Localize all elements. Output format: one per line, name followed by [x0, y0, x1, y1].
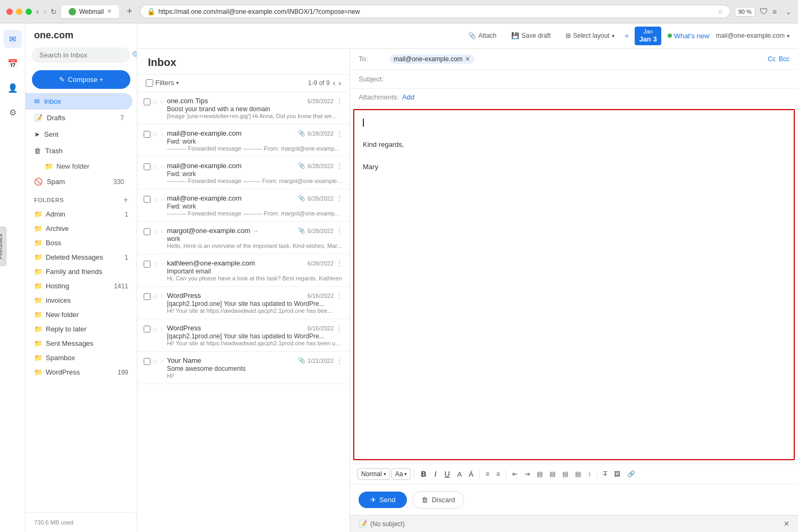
close-draft-icon[interactable]: ✕ — [784, 520, 789, 528]
window-maximize[interactable]: ⌄ — [785, 7, 792, 16]
cc-button[interactable]: Cc — [768, 55, 776, 63]
star-icon[interactable]: ☆ — [152, 293, 159, 301]
traffic-light-red[interactable] — [6, 9, 13, 15]
insert-image-button[interactable]: 🖼 — [611, 469, 623, 479]
more-icon[interactable]: ⋮ — [336, 194, 343, 203]
line-height-button[interactable]: ↕ — [585, 469, 594, 479]
browser-tab-active[interactable]: Webmail ✕ — [61, 5, 119, 18]
more-icon[interactable]: ⋮ — [336, 162, 343, 170]
email-checkbox[interactable] — [144, 196, 151, 203]
compose-button[interactable]: ✎ Compose + — [32, 70, 130, 89]
folder-archive[interactable]: 📁 Archive — [26, 221, 137, 236]
ordered-list-button[interactable]: ≡ — [483, 469, 492, 479]
more-icon[interactable]: ⋮ — [336, 259, 343, 268]
email-checkbox[interactable] — [144, 98, 151, 105]
insert-link-button[interactable]: 🔗 — [625, 469, 638, 479]
extensions-icon[interactable]: 🛡 — [760, 7, 768, 16]
nav-icon-mail[interactable]: ✉ — [4, 30, 22, 48]
recipient-tag[interactable]: mail@one-example.com ✕ — [389, 54, 475, 64]
sidebar-item-inbox[interactable]: ✉ Inbox — [26, 93, 132, 110]
email-item[interactable]: ☆ ○ one.com Tips 6/28/2022 ⋮ B — [137, 92, 350, 124]
italic-button[interactable]: I — [431, 468, 439, 480]
select-all-checkbox[interactable] — [146, 79, 153, 87]
email-item[interactable]: ☆ ○ mail@one-example.com 📎 6/28/2022 ⋮ — [137, 189, 350, 222]
nav-forward[interactable]: › — [43, 7, 46, 16]
style-select[interactable]: Normal ▾ — [358, 468, 390, 480]
compose-editor[interactable]: Kind regards, Mary — [353, 109, 795, 460]
folder-hosting[interactable]: 📁 Hosting 1411 — [26, 279, 137, 293]
traffic-light-yellow[interactable] — [16, 9, 22, 15]
folder-family[interactable]: 📁 Family and friends — [26, 264, 137, 279]
more-icon[interactable]: ⋮ — [336, 97, 343, 105]
subject-input[interactable] — [389, 75, 789, 83]
star-icon[interactable]: ☆ — [152, 163, 159, 171]
select-layout-button[interactable]: ⊞ Select layout ▾ — [561, 30, 619, 41]
more-icon[interactable]: ⋮ — [336, 227, 343, 235]
add-attachment-button[interactable]: Add — [402, 93, 414, 101]
filter-button[interactable]: Filters ▾ — [155, 79, 179, 87]
highlight-button[interactable]: Ā — [466, 469, 476, 480]
folder-reply-later[interactable]: 📁 Reply to later — [26, 322, 137, 336]
email-item[interactable]: ☆ ○ margot@one-example.com → 📎 6/28/2022… — [137, 222, 350, 254]
bold-button[interactable]: B — [418, 468, 429, 480]
font-size-select[interactable]: Aa ▾ — [392, 468, 411, 480]
folder-admin[interactable]: 📁 Admin 1 — [26, 207, 137, 221]
sidebar-item-sent[interactable]: ➤ Sent — [26, 126, 132, 143]
user-email[interactable]: mail@one-example.com ▾ — [716, 32, 789, 39]
email-checkbox[interactable] — [144, 131, 151, 138]
star-icon[interactable]: ☆ — [152, 358, 159, 365]
add-folder-icon[interactable]: + — [123, 195, 128, 205]
sidebar-item-trash[interactable]: 🗑 Trash — [26, 143, 132, 159]
tab-close-icon[interactable]: ✕ — [107, 8, 112, 15]
more-icon[interactable]: ⋮ — [336, 356, 343, 365]
email-item[interactable]: ☆ ○ kathleen@one-example.com 6/28/2022 ⋮ — [137, 254, 350, 287]
align-left-button[interactable]: ▤ — [534, 469, 545, 479]
nav-icon-contacts[interactable]: 👤 — [4, 79, 22, 97]
align-center-button[interactable]: ▤ — [547, 469, 558, 479]
address-bar[interactable]: 🔒 https://mail.one.com/mail@one-example.… — [140, 5, 730, 18]
outdent-button[interactable]: ⇤ — [510, 469, 520, 479]
traffic-light-green[interactable] — [26, 9, 32, 15]
bcc-button[interactable]: Bcc — [779, 55, 789, 63]
email-item[interactable]: ☆ ○ WordPress 6/16/2022 ⋮ [qac — [137, 319, 350, 352]
folder-deleted[interactable]: 📁 Deleted Messages 1 — [26, 250, 137, 264]
star-icon[interactable]: ☆ — [152, 260, 159, 268]
star-icon[interactable]: ☆ — [152, 325, 159, 333]
folder-wordpress[interactable]: 📁 WordPress 199 — [26, 365, 137, 379]
align-right-button[interactable]: ▤ — [560, 469, 571, 479]
feedback-tab[interactable]: Feedback — [0, 227, 6, 266]
email-checkbox[interactable] — [144, 163, 151, 170]
email-checkbox[interactable] — [144, 358, 151, 365]
prev-page-button[interactable]: ‹ — [333, 79, 336, 87]
nav-icon-calendar[interactable]: 📅 — [4, 54, 22, 72]
nav-icon-settings[interactable]: ⚙ — [4, 103, 22, 121]
sidebar-item-spam[interactable]: 🚫 Spam 330 — [26, 173, 132, 190]
folder-sent-messages[interactable]: 📁 Sent Messages — [26, 336, 137, 351]
browser-menu-icon[interactable]: ≡ — [772, 7, 777, 16]
new-tab-button[interactable]: + — [123, 6, 136, 17]
more-icon[interactable]: ⋮ — [336, 129, 343, 138]
more-icon[interactable]: ⋮ — [336, 324, 343, 332]
bookmark-icon[interactable]: ☆ — [718, 8, 724, 15]
email-item[interactable]: ☆ ○ mail@one-example.com 📎 6/28/2022 ⋮ — [137, 157, 350, 189]
folder-newfolder[interactable]: 📁 New folder — [26, 307, 137, 322]
folder-boss[interactable]: 📁 Boss — [26, 236, 137, 250]
star-icon[interactable]: ☆ — [152, 98, 159, 106]
folder-spambox[interactable]: 📁 Spambox — [26, 351, 137, 365]
nav-prev-button[interactable]: « — [625, 32, 629, 39]
indent-button[interactable]: ⇥ — [522, 469, 533, 479]
unordered-list-button[interactable]: ≡ — [494, 469, 503, 479]
next-page-button[interactable]: › — [338, 79, 341, 87]
font-color-button[interactable]: A — [455, 469, 465, 480]
attach-button[interactable]: 📎 Attach — [464, 30, 501, 41]
star-icon[interactable]: ☆ — [152, 195, 159, 203]
underline-button[interactable]: U — [441, 468, 453, 480]
nav-refresh[interactable]: ↻ — [51, 7, 57, 16]
search-input[interactable] — [39, 51, 129, 59]
email-checkbox[interactable] — [144, 326, 151, 332]
email-checkbox[interactable] — [144, 293, 151, 300]
whats-new-button[interactable]: What's new — [668, 32, 710, 40]
email-item[interactable]: ☆ ○ WordPress 6/16/2022 ⋮ [qac — [137, 287, 350, 319]
more-icon[interactable]: ⋮ — [336, 292, 343, 300]
sidebar-item-new-folder[interactable]: 📁 New folder — [26, 159, 137, 173]
